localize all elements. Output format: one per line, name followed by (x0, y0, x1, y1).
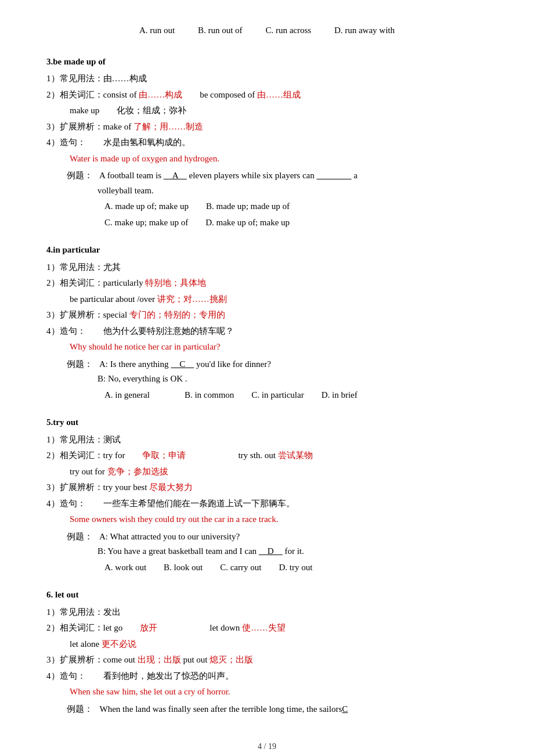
section5-example: 例题： A: What attracted you to our univers… (58, 530, 488, 575)
section3-options: A. made up of; make up B. made up; made … (104, 199, 488, 214)
section-6-title: 6. let out (46, 588, 488, 603)
section3-item3: 3）扩展辨析：make of 了解；用……制造 (46, 120, 488, 135)
option-d: D. run away with (334, 26, 395, 35)
section3-example: 例题： A football team is A eleven players … (58, 168, 488, 230)
top-options: A. run out B. run out of C. run across D… (46, 23, 488, 38)
option-a: A. run out (139, 26, 175, 35)
section-4: 4.in particular 1）常见用法：尤其 2）相关词汇：particu… (46, 243, 488, 402)
section6-item2: 2）相关词汇：let go 放开 let down 使……失望 (46, 621, 488, 636)
section5-sentence-en: Some owners wish they could try out the … (70, 512, 488, 527)
section-5-title: 5.try out (46, 415, 488, 430)
section-5: 5.try out 1）常见用法：测试 2）相关词汇：try for 争取；申请… (46, 415, 488, 575)
section4-example: 例题： A: Is there anything C you'd like fo… (58, 357, 488, 403)
section5-options: A. work out B. look out C. carry out D. … (104, 560, 488, 575)
section3-item2: 2）相关词汇：consist of 由……构成 be composed of 由… (46, 88, 488, 103)
section6-item2-line2: let alone 更不必说 (70, 637, 488, 652)
section4-item3: 3）扩展辨析：special 专门的；特别的；专用的 (46, 308, 488, 323)
page-footer: 4 / 19 (46, 740, 488, 754)
section-6: 6. let out 1）常见用法：发出 2）相关词汇：let go 放开 le… (46, 588, 488, 717)
section6-item1: 1）常见用法：发出 (46, 605, 488, 620)
section6-item4: 4）造句： 看到他时，她发出了惊恐的叫声。 (46, 669, 488, 684)
section5-item3: 3）扩展辨析：try your best 尽最大努力 (46, 480, 488, 495)
section4-item4: 4）造句： 他为什么要特别注意她的轿车呢？ (46, 324, 488, 339)
section4-options: A. in general B. in common C. in particu… (104, 388, 488, 403)
section3-item2-line2: make up 化妆；组成；弥补 (70, 103, 488, 118)
section-3-title: 3.be made up of (46, 55, 488, 70)
section6-example: 例题： When the land was finally seen after… (58, 702, 488, 717)
section-4-title: 4.in particular (46, 243, 488, 258)
section4-item1: 1）常见用法：尤其 (46, 260, 488, 275)
section4-item2-line2: be particular about /over 讲究；对……挑剔 (70, 292, 488, 307)
page-number: 4 / 19 (258, 742, 276, 751)
section5-item2-line2: try out for 竞争；参加选拔 (70, 465, 488, 480)
section6-sentence-en: When she saw him, she let out a cry of h… (70, 685, 488, 700)
section4-item2: 2）相关词汇：particularly 特别地；具体地 (46, 276, 488, 291)
section5-item4: 4）造句： 一些车主希望他们能在一条跑道上试一下那辆车。 (46, 496, 488, 512)
section3-sentence-en: Water is made up of oxygen and hydrogen. (70, 152, 488, 167)
section3-item4: 4）造句： 水是由氢和氧构成的。 (46, 135, 488, 150)
section6-item3: 3）扩展辨析：come out 出现；出版 put out 熄灭；出版 (46, 653, 488, 668)
section4-sentence-en: Why should he notice her car in particul… (70, 340, 488, 355)
section5-item1: 1）常见用法：测试 (46, 433, 488, 448)
section-3: 3.be made up of 1）常见用法：由……构成 2）相关词汇：cons… (46, 55, 488, 231)
section5-item2: 2）相关词汇：try for 争取；申请 try sth. out 尝试某物 (46, 448, 488, 463)
option-b: B. run out of (198, 26, 243, 35)
option-c: C. run across (265, 26, 311, 35)
section3-item1: 1）常见用法：由……构成 (46, 71, 488, 87)
